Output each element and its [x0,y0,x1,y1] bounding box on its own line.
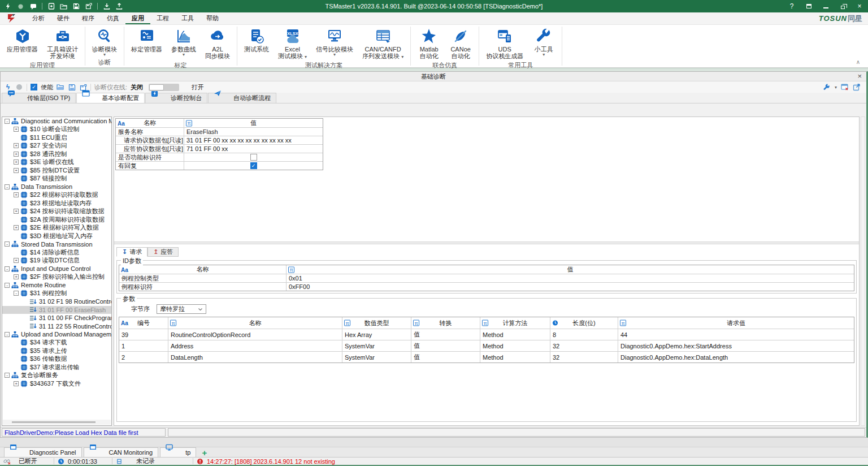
tree-expander[interactable]: - [5,332,10,337]
menu-item[interactable]: 应用 [125,12,150,24]
tree-expander[interactable]: - [5,373,10,378]
close-icon[interactable]: × [856,2,863,10]
tree-node[interactable]: $11 ECU重启 [2,133,111,142]
tree-expander[interactable]: - [5,241,10,247]
save-as-icon[interactable] [85,3,92,10]
tree-node[interactable]: -Input and Outpue Control [2,265,111,273]
property-value[interactable]: 71 01 FF 00 xx [184,145,323,153]
ribbon-button[interactable]: 标定管理器 [128,26,166,53]
tree-node[interactable]: +$85 控制DTC设置 [2,166,111,175]
tree-node[interactable]: $14 清除诊断信息 [2,248,111,257]
param-value[interactable]: 0xFF00 [286,283,854,291]
tree-node[interactable]: +$19 读取DTC信息 [2,257,111,265]
tree-node[interactable]: $35 请求上传 [2,347,111,355]
tree-node[interactable]: -复合诊断服务 [2,372,111,380]
tree-expander[interactable]: + [14,192,19,197]
tree-node[interactable]: +$27 安全访问 [2,142,111,150]
tree-node[interactable]: +$2F 按标识符输入输出控制 [2,273,111,282]
tree-node[interactable]: -$31 例程控制 [2,290,111,298]
tree-node[interactable]: -Diagnostic and Communication Management [2,117,111,126]
tree-horizontal-scrollbar[interactable] [3,420,111,425]
ribbon-button[interactable]: UDS协议栈生成器 [483,26,527,60]
tree-expander[interactable]: - [5,283,10,288]
tree-expander[interactable]: - [5,266,10,271]
online-toggle[interactable] [149,84,179,91]
param-row[interactable]: 1AddressSystemVar值Method32Diagnostic0.Ap… [119,340,854,351]
menu-item[interactable]: 工程 [150,12,175,24]
ribbon-button[interactable]: 工具箱设计开发环境 [44,26,81,60]
ribbon-button[interactable]: CAN/CANFD序列发送模块 ▾ [359,26,407,60]
tree-node[interactable]: 31 01 FF 00 EraseFlash [2,306,111,314]
minimize-icon[interactable] [822,2,830,10]
workspace-tab[interactable]: Diagnostic Panel [4,447,82,457]
tree-expander[interactable]: + [14,274,19,279]
tree-expander[interactable]: + [14,152,19,157]
tree-node[interactable]: +$343637 下载文件 [2,379,111,388]
param-row[interactable]: 39RoutineControlOptionRecordHex Array值Me… [119,329,854,340]
ribbon-collapse-icon[interactable]: ∧ [856,59,860,65]
tree-node[interactable]: +$3E 诊断仪在线 [2,158,111,167]
save-config-icon[interactable] [68,83,76,91]
ribbon-button[interactable]: 应用管理器 [3,26,41,53]
tree-expander[interactable]: + [14,159,19,165]
pin-icon[interactable] [805,2,813,10]
panel-close-icon[interactable]: × [857,72,862,81]
ribbon-button[interactable]: XLSX Excel测试模块 ▾ [275,26,310,60]
close-window-icon[interactable] [841,83,849,91]
tree-node[interactable]: $23 根据地址读取内存 [2,199,111,208]
ribbon-button[interactable]: 参数曲线 ▾ [168,26,199,57]
tree-node[interactable]: -Data Transmission [2,183,111,191]
chat-icon[interactable] [29,3,37,10]
tree-node[interactable]: 31 02 F1 98 RoutineControl [2,297,111,306]
tree-expander[interactable]: + [14,143,19,148]
tree-expander[interactable]: + [14,209,19,214]
workspace-tab[interactable]: CAN Monitoring [84,447,159,457]
ribbon-button[interactable]: A2L同步模块 [202,26,233,60]
ribbon-button[interactable]: 测试系统 [241,26,272,53]
tree-expander[interactable]: + [14,381,19,386]
restore-icon[interactable] [839,2,847,10]
byte-order-select[interactable]: 摩特罗拉 [157,304,206,314]
ribbon-button[interactable]: 信号比较模块 ▾ [313,26,357,57]
tree-expander[interactable]: + [14,168,19,173]
request-tab[interactable]: ↧ 请求 [116,247,147,257]
enable-checkbox[interactable]: ✓ [31,84,37,90]
ribbon-button[interactable]: 小工具 ▾ [529,26,558,57]
tree-node[interactable]: $2A 按周期标识符读取数据 [2,215,111,224]
tree-node[interactable]: -Stored Data Transmission [2,240,111,249]
menu-item[interactable]: 程序 [76,12,101,24]
ribbon-button[interactable]: CANoe自动化 [446,26,475,60]
menu-item[interactable]: 工具 [175,12,200,24]
menu-item[interactable]: 帮助 [200,12,225,24]
new-file-icon[interactable] [47,3,55,10]
ribbon-button[interactable]: 诊断模块 ▾ [89,26,120,57]
settings-caret-icon[interactable]: ▾ [835,85,837,89]
panel-tab[interactable]: 基本诊断配置 [76,93,145,103]
open-config-icon[interactable] [57,83,64,91]
tree-node[interactable]: +$28 通讯控制 [2,150,111,158]
tree-node[interactable]: -Upload and Download Management [2,330,111,339]
download-icon[interactable] [103,3,110,10]
tree-node[interactable]: 31 01 00 FF CheckProgram [2,314,111,322]
help-icon[interactable]: ? [788,2,796,10]
tree-node[interactable]: +$2E 根据标识符写入数据 [2,224,111,232]
checkbox[interactable]: ✓ [250,162,257,169]
upload-icon[interactable] [115,3,123,10]
tree-node[interactable]: +$22 根据标识符读取数据 [2,191,111,200]
property-value[interactable]: 31 01 FF 00 xx xx xx xx xx xx xx xx xx [184,136,323,144]
property-value[interactable]: EraseFlash [184,128,323,136]
tree-expander[interactable]: + [14,258,19,263]
tree-expander[interactable]: + [14,225,19,230]
tree-node[interactable]: $34 请求下载 [2,339,111,347]
checkbox[interactable] [250,154,257,161]
tree-expander[interactable]: - [14,291,19,296]
menu-item[interactable]: 硬件 [51,12,76,24]
save-icon[interactable] [72,3,80,10]
tree-expander[interactable]: + [14,127,19,132]
tree-node[interactable]: +$24 按标识符读取缩放数据 [2,208,111,216]
open-file-icon[interactable] [60,3,67,10]
panel-tab[interactable]: 自动诊断流程 [208,93,276,103]
tree-node[interactable]: +$10 诊断会话控制 [2,126,111,134]
tree-node[interactable]: $37 请求退出传输 [2,363,111,372]
add-tab-icon[interactable]: + [198,448,211,457]
